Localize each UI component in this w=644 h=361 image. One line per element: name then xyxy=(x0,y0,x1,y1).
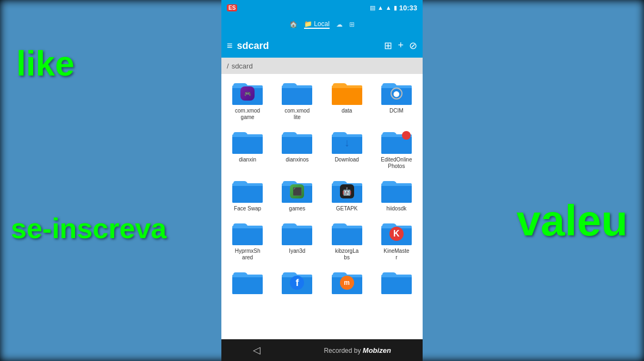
file-item-hiidosdk[interactable]: hiidosdk xyxy=(373,175,420,214)
breadcrumb: / sdcard xyxy=(221,58,423,74)
folder-comxmodlite xyxy=(282,81,312,106)
phone-screen: ES ▤ ▲ ▲ ▮ 10:33 🏠 📁 Local ☁ ⊞ ≡ sdcard … xyxy=(221,0,423,361)
tab-grid[interactable]: ⊞ xyxy=(349,21,355,28)
file-item-kinemaster[interactable]: K KineMaster xyxy=(373,217,420,263)
tab-home[interactable]: 🏠 xyxy=(289,21,298,28)
toolbar: ≡ sdcard ⊞ + ⊘ xyxy=(221,34,423,58)
kinemaster-icon: K xyxy=(389,227,404,241)
toolbar-actions: ⊞ + ⊘ xyxy=(384,40,417,52)
file-item-dcim[interactable]: ⬤ DCIM xyxy=(373,77,420,123)
file-name: com.xmodlite xyxy=(284,108,309,121)
recorded-label: Recorded by Mobizen xyxy=(324,346,391,354)
file-name: GETAPK xyxy=(336,206,358,212)
add-button[interactable]: + xyxy=(398,40,404,52)
tabs-bar: 🏠 📁 Local ☁ ⊞ xyxy=(221,15,423,34)
time-display: 10:33 xyxy=(399,4,417,12)
app-icon: ES xyxy=(227,4,237,11)
file-name: com.xmodgame xyxy=(235,108,260,121)
file-name: HyprmxShared xyxy=(235,248,261,261)
file-item-comxmodgame[interactable]: 🎮 com.xmodgame xyxy=(224,77,271,123)
folder-getapk: 🤖 xyxy=(332,179,362,204)
file-item-editedonlinephotos[interactable]: EditedOnlinePhotos xyxy=(373,126,420,172)
file-item-comxmodlite[interactable]: com.xmodlite xyxy=(274,77,320,123)
folder-faceswap xyxy=(232,179,263,204)
status-bar: ES ▤ ▲ ▲ ▮ 10:33 xyxy=(221,0,423,15)
back-button[interactable]: ◁ xyxy=(253,344,261,356)
grid-view-button[interactable]: ⊞ xyxy=(384,40,392,52)
folder-data xyxy=(332,81,362,106)
file-name: DCIM xyxy=(389,108,404,114)
file-item-getapk[interactable]: 🤖 GETAPK xyxy=(324,175,370,214)
folder-dianxinos xyxy=(282,130,312,155)
folder-dianxin xyxy=(232,130,263,155)
file-item-hyprmxshared[interactable]: HyprmxShared xyxy=(224,217,271,263)
file-name-download: Download xyxy=(335,157,358,163)
file-item-kibzorglabs[interactable]: kibzorgLabs xyxy=(324,217,370,263)
battery-icon: ▮ xyxy=(394,4,397,11)
folder-miui: m xyxy=(332,270,362,295)
file-name: kibzorgLabs xyxy=(335,248,358,261)
file-grid: 🎮 com.xmodgame com.xmodlite data ⬤ DCIM xyxy=(221,74,423,339)
breadcrumb-separator: / xyxy=(227,62,229,70)
file-item-folder-20[interactable] xyxy=(373,266,420,299)
file-item-dianxinos[interactable]: dianxinos xyxy=(274,126,320,172)
folder-20 xyxy=(381,270,412,295)
file-name: data xyxy=(342,108,352,114)
file-name: dianxinos xyxy=(286,157,308,163)
folder-icon-small: 📁 xyxy=(304,20,312,28)
folder-kinemaster: K xyxy=(381,221,412,246)
file-item-iyan3d[interactable]: Iyan3d xyxy=(274,217,320,263)
file-item-facebook[interactable]: f xyxy=(274,266,320,299)
home-icon: 🏠 xyxy=(289,21,298,28)
folder-facebook: f xyxy=(282,270,312,295)
status-left: ES xyxy=(227,4,237,11)
like-text: like xyxy=(16,43,75,84)
block-button[interactable]: ⊘ xyxy=(409,40,417,52)
facebook-icon: f xyxy=(290,276,304,290)
file-name: Iyan3d xyxy=(289,248,305,254)
file-item-folder-17[interactable] xyxy=(224,266,271,299)
tab-cloud[interactable]: ☁ xyxy=(336,21,343,28)
file-name-faceswap: Face Swap xyxy=(234,206,261,212)
folder-hiidosdk xyxy=(381,179,412,204)
signal-bars: ▲ xyxy=(386,4,392,11)
file-item-faceswap[interactable]: Face Swap xyxy=(224,175,271,214)
folder-dcim: ⬤ xyxy=(381,81,412,106)
folder-comxmodgame: 🎮 xyxy=(232,81,263,106)
file-item-miui[interactable]: m xyxy=(324,266,370,299)
file-name: dianxin xyxy=(239,157,256,163)
file-item-download[interactable]: ↓ Download xyxy=(324,126,370,172)
valeu-text: valeu xyxy=(516,196,628,246)
grid-icon-tab: ⊞ xyxy=(349,21,355,28)
tab-local[interactable]: 📁 Local xyxy=(304,20,330,29)
folder-games: ⬛ xyxy=(282,179,312,204)
tab-local-label: Local xyxy=(314,20,330,28)
wifi-icon: ▲ xyxy=(377,4,383,11)
toolbar-title: sdcard xyxy=(237,40,380,52)
miui-icon: m xyxy=(340,276,354,290)
folder-download: ↓ xyxy=(332,130,362,155)
getapk-icon: 🤖 xyxy=(340,184,354,198)
folder-kibzorglabs xyxy=(332,221,362,246)
file-item-games[interactable]: ⬛ games xyxy=(274,175,320,214)
folder-editedonlinephotos xyxy=(381,130,412,155)
se-inscreva-text: se-inscreva xyxy=(11,212,166,245)
games-overlay-icon: ⬛ xyxy=(290,184,304,198)
file-item-dianxin[interactable]: dianxin xyxy=(224,126,271,172)
bottom-bar: ◁ Recorded by Mobizen xyxy=(221,339,423,361)
cloud-icon: ☁ xyxy=(336,21,343,28)
file-name: games xyxy=(289,206,305,212)
folder-hyprmxshared xyxy=(232,221,263,246)
menu-button[interactable]: ≡ xyxy=(227,40,233,52)
file-name: EditedOnlinePhotos xyxy=(381,157,412,170)
mobizen-logo: Mobizen xyxy=(363,346,391,354)
status-icons: ▤ ▲ ▲ ▮ 10:33 xyxy=(370,4,417,12)
folder-17 xyxy=(232,270,263,295)
breadcrumb-current: sdcard xyxy=(232,62,253,70)
folder-iyan3d xyxy=(282,221,312,246)
file-name: hiidosdk xyxy=(387,206,407,212)
file-name: KineMaster xyxy=(383,248,409,261)
file-item-data[interactable]: data xyxy=(324,77,370,123)
cast-icon: ▤ xyxy=(370,4,375,11)
